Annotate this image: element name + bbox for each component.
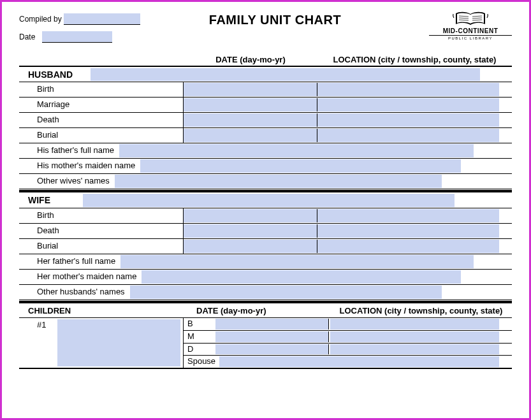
husband-father-row: His father's full name	[19, 143, 512, 159]
child-right: B M D Spouse	[184, 318, 512, 368]
child-left: #1	[19, 318, 184, 368]
child-b-label: B	[184, 318, 215, 330]
wife-burial-row: Burial	[19, 239, 512, 254]
wife-death-row: Death	[19, 224, 512, 239]
wife-death-date-input[interactable]	[184, 224, 317, 238]
child-b-date-input[interactable]	[215, 319, 329, 329]
child-m-date-input[interactable]	[215, 331, 329, 342]
children-loc-col: LOCATION (city / township, county, state…	[330, 306, 512, 315]
wife-burial-label: Burial	[19, 239, 184, 254]
husband-marriage-date-input[interactable]	[184, 98, 317, 112]
wife-other-input[interactable]	[130, 286, 442, 299]
child-d-label: D	[184, 344, 215, 356]
wife-death-label: Death	[19, 224, 184, 238]
library-logo: MID-CONTINENT PUBLIC LIBRARY	[429, 11, 512, 40]
husband-father-label: His father's full name	[19, 143, 119, 158]
burial-label: Burial	[19, 128, 184, 143]
location-column-header: LOCATION (city / township, county, state…	[317, 55, 512, 64]
husband-father-input[interactable]	[119, 144, 474, 157]
wife-other-label: Other husbands' names	[19, 285, 130, 300]
wife-name-input[interactable]	[83, 194, 455, 207]
husband-mother-input[interactable]	[140, 159, 461, 173]
husband-death-loc-input[interactable]	[317, 113, 499, 127]
wife-section-header: WIFE	[19, 192, 512, 208]
page-title: FAMILY UNIT CHART	[121, 13, 429, 27]
child-m-loc-input[interactable]	[330, 331, 499, 342]
children-date-col: DATE (day-mo-yr)	[184, 306, 330, 315]
wife-burial-date-input[interactable]	[184, 240, 317, 253]
child-b-loc-input[interactable]	[330, 319, 499, 329]
husband-other-row: Other wives' names	[19, 174, 512, 189]
header: Compiled by Date FAMILY UNIT CHART	[19, 11, 512, 47]
child-spouse-label: Spouse	[184, 356, 219, 368]
husband-death-row: Death	[19, 113, 512, 128]
husband-birth-loc-input[interactable]	[317, 83, 499, 96]
husband-burial-row: Burial	[19, 128, 512, 143]
marriage-label: Marriage	[19, 98, 184, 112]
husband-label: HUSBAND	[19, 67, 91, 82]
wife-mother-row: Her mother's maiden name	[19, 270, 512, 285]
husband-burial-date-input[interactable]	[184, 129, 317, 142]
wife-father-input[interactable]	[120, 255, 474, 268]
husband-death-date-input[interactable]	[184, 113, 317, 127]
child-d-date-input[interactable]	[215, 344, 329, 355]
husband-burial-loc-input[interactable]	[317, 129, 499, 142]
husband-birth-row: Birth	[19, 82, 512, 98]
org-name: MID-CONTINENT	[429, 27, 512, 34]
document-frame: Compiled by Date FAMILY UNIT CHART	[0, 0, 531, 420]
child-number: #1	[19, 318, 57, 368]
husband-other-label: Other wives' names	[19, 174, 115, 189]
wife-death-loc-input[interactable]	[317, 224, 499, 238]
husband-mother-row: His mother's maiden name	[19, 159, 512, 174]
husband-section-header: HUSBAND	[19, 66, 512, 82]
wife-father-row: Her father's full name	[19, 254, 512, 270]
child-name-input[interactable]	[57, 319, 180, 366]
husband-other-input[interactable]	[115, 175, 442, 188]
husband-marriage-loc-input[interactable]	[317, 98, 499, 112]
form-page: Compiled by Date FAMILY UNIT CHART	[4, 4, 527, 416]
wife-label: WIFE	[19, 192, 83, 208]
husband-marriage-row: Marriage	[19, 98, 512, 113]
husband-name-input[interactable]	[91, 68, 480, 81]
column-headers: DATE (day-mo-yr) LOCATION (city / townsh…	[19, 52, 512, 66]
birth-label: Birth	[19, 82, 184, 97]
date-label: Date	[19, 29, 42, 45]
wife-mother-input[interactable]	[142, 270, 461, 284]
child-m-label: M	[184, 331, 215, 343]
wife-burial-loc-input[interactable]	[317, 240, 499, 253]
date-input[interactable]	[42, 31, 112, 43]
org-sub: PUBLIC LIBRARY	[429, 35, 512, 40]
children-label: CHILDREN	[19, 306, 184, 315]
date-column-header: DATE (day-mo-yr)	[184, 55, 317, 64]
wife-birth-loc-input[interactable]	[317, 209, 499, 222]
child-d-loc-input[interactable]	[330, 344, 499, 355]
wife-father-label: Her father's full name	[19, 254, 120, 269]
wife-birth-date-input[interactable]	[184, 209, 317, 222]
wife-birth-label: Birth	[19, 208, 184, 223]
child-spouse-input[interactable]	[219, 356, 499, 367]
book-icon	[452, 11, 489, 27]
child-row: #1 B M D Spouse	[19, 318, 512, 369]
wife-birth-row: Birth	[19, 208, 512, 224]
wife-mother-label: Her mother's maiden name	[19, 270, 142, 284]
husband-birth-date-input[interactable]	[184, 83, 317, 96]
wife-other-row: Other husbands' names	[19, 285, 512, 300]
death-label: Death	[19, 113, 184, 127]
husband-mother-label: His mother's maiden name	[19, 159, 140, 173]
children-section-header: CHILDREN DATE (day-mo-yr) LOCATION (city…	[19, 303, 512, 318]
compiled-by-label: Compiled by	[19, 11, 64, 27]
